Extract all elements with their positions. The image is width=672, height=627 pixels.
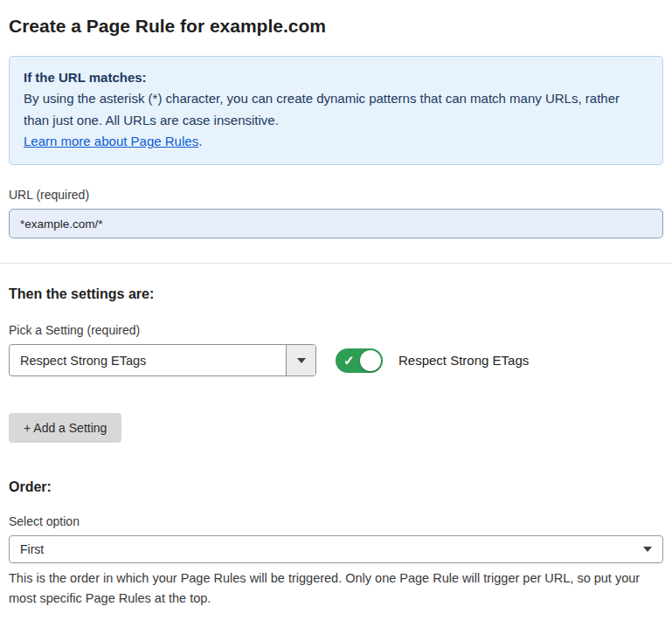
setting-toggle[interactable]: ✓	[336, 348, 383, 373]
add-setting-button[interactable]: + Add a Setting	[9, 413, 121, 443]
page-title: Create a Page Rule for example.com	[9, 16, 663, 37]
toggle-knob	[360, 350, 381, 371]
order-heading: Order:	[9, 479, 663, 495]
setting-row: Respect Strong ETags ✓ Respect Strong ET…	[9, 344, 663, 376]
order-select-value: First	[20, 542, 643, 556]
order-select-label: Select option	[9, 514, 663, 528]
order-select[interactable]: First	[9, 535, 663, 563]
info-box-heading: If the URL matches:	[24, 67, 648, 88]
learn-more-link[interactable]: Learn more about Page Rules	[24, 134, 198, 148]
settings-heading: Then the settings are:	[9, 286, 663, 302]
setting-select-caret-button[interactable]	[286, 345, 315, 376]
setting-toggle-label: Respect Strong ETags	[398, 353, 529, 368]
setting-select[interactable]: Respect Strong ETags	[9, 344, 316, 376]
section-divider	[0, 263, 672, 264]
url-input[interactable]	[9, 209, 663, 238]
order-help-text: This is the order in which your Page Rul…	[9, 568, 663, 608]
info-box-link-line: Learn more about Page Rules.	[24, 131, 648, 152]
chevron-down-icon	[643, 547, 652, 552]
page: Create a Page Rule for example.com If th…	[0, 0, 672, 627]
chevron-down-icon	[297, 358, 306, 363]
setting-select-value: Respect Strong ETags	[10, 345, 286, 376]
info-box-body: By using the asterisk (*) character, you…	[24, 88, 648, 131]
url-label: URL (required)	[9, 188, 663, 202]
pick-setting-label: Pick a Setting (required)	[9, 323, 663, 337]
link-period: .	[198, 134, 202, 148]
url-match-info-box: If the URL matches: By using the asteris…	[9, 56, 663, 165]
check-icon: ✓	[343, 352, 355, 368]
